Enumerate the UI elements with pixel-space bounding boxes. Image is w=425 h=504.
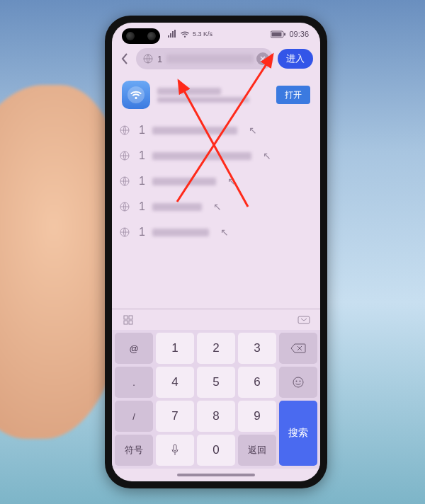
key-0[interactable]: 0 bbox=[197, 435, 235, 466]
suggestion-item[interactable]: 1 ↖ bbox=[118, 118, 314, 143]
key-search[interactable]: 搜索 bbox=[279, 401, 317, 466]
suggestion-text-blurred bbox=[152, 203, 202, 211]
microphone-icon bbox=[171, 444, 179, 457]
key-label: 8 bbox=[212, 409, 219, 423]
key-at[interactable]: @ bbox=[115, 333, 153, 364]
battery-icon bbox=[271, 30, 286, 38]
fill-arrow-icon[interactable]: ↖ bbox=[209, 201, 226, 212]
globe-icon bbox=[143, 54, 153, 64]
suggestion-item[interactable]: 1 ↖ bbox=[118, 219, 314, 245]
clear-input-button[interactable] bbox=[256, 52, 269, 65]
fill-arrow-icon[interactable]: ↖ bbox=[216, 227, 233, 238]
suggestion-item[interactable]: 1 ↖ bbox=[118, 168, 314, 194]
key-label: 2 bbox=[212, 341, 219, 355]
key-label: / bbox=[132, 411, 135, 422]
key-7[interactable]: 7 bbox=[156, 401, 194, 432]
suggestion-text-blurred bbox=[152, 152, 251, 160]
key-8[interactable]: 8 bbox=[197, 401, 235, 432]
network-speed: 5.3 K/s bbox=[193, 30, 212, 38]
svg-rect-18 bbox=[174, 445, 176, 451]
chevron-left-icon bbox=[121, 53, 128, 64]
svg-point-15 bbox=[293, 377, 303, 387]
suggestion-prefix: 1 bbox=[139, 226, 145, 239]
globe-icon bbox=[118, 202, 132, 212]
key-label: @ bbox=[129, 343, 138, 354]
svg-rect-14 bbox=[298, 316, 310, 323]
svg-point-16 bbox=[296, 381, 298, 382]
app-icon bbox=[122, 81, 150, 109]
svg-rect-11 bbox=[129, 316, 132, 319]
key-emoji[interactable] bbox=[279, 367, 317, 398]
key-label: 6 bbox=[254, 375, 260, 389]
key-label: 符号 bbox=[125, 444, 143, 457]
svg-rect-10 bbox=[124, 316, 128, 319]
keyboard-toolbar bbox=[112, 309, 320, 330]
key-label: . bbox=[132, 377, 135, 388]
app-subtitle-blurred bbox=[157, 97, 249, 103]
address-text-prefix: 1 bbox=[157, 54, 162, 64]
key-label: 7 bbox=[171, 409, 178, 423]
signal-icon bbox=[167, 30, 177, 38]
suggestion-item[interactable]: 1 ↖ bbox=[118, 143, 314, 168]
status-left: 5.3 K/s bbox=[167, 30, 212, 38]
gesture-bar[interactable] bbox=[112, 469, 320, 481]
svg-rect-1 bbox=[272, 32, 282, 36]
address-bar-row: 1 进入 bbox=[112, 45, 320, 75]
key-label: 返回 bbox=[248, 444, 266, 457]
svg-rect-13 bbox=[129, 321, 132, 324]
key-symbols[interactable]: 符号 bbox=[115, 435, 153, 466]
fill-arrow-icon[interactable]: ↖ bbox=[244, 125, 261, 136]
key-dot[interactable]: . bbox=[115, 367, 153, 398]
globe-icon bbox=[118, 125, 132, 135]
address-text-blurred bbox=[166, 55, 254, 63]
suggestion-list: 1 ↖ 1 ↖ 1 ↖ 1 ↖ bbox=[112, 115, 320, 309]
key-label: 5 bbox=[212, 375, 219, 389]
keyboard-grid-button[interactable] bbox=[122, 314, 135, 326]
key-backspace[interactable] bbox=[279, 333, 317, 364]
key-slash[interactable]: / bbox=[115, 401, 153, 432]
suggestion-text-blurred bbox=[152, 127, 237, 134]
key-voice[interactable] bbox=[156, 435, 194, 466]
key-6[interactable]: 6 bbox=[238, 367, 276, 398]
key-label: 4 bbox=[171, 375, 178, 389]
app-title-blurred bbox=[157, 88, 221, 95]
address-input[interactable]: 1 bbox=[136, 48, 273, 69]
key-9[interactable]: 9 bbox=[238, 401, 276, 432]
key-label: 0 bbox=[212, 443, 219, 457]
key-5[interactable]: 5 bbox=[197, 367, 235, 398]
wifi-app-icon bbox=[127, 86, 145, 104]
fill-arrow-icon[interactable]: ↖ bbox=[259, 150, 276, 161]
globe-icon bbox=[118, 176, 132, 186]
chevron-down-icon bbox=[298, 316, 310, 324]
open-app-label: 打开 bbox=[285, 89, 302, 101]
key-1[interactable]: 1 bbox=[156, 333, 194, 364]
key-4[interactable]: 4 bbox=[156, 367, 194, 398]
key-return[interactable]: 返回 bbox=[238, 435, 276, 466]
svg-rect-12 bbox=[124, 321, 128, 324]
wifi-icon bbox=[180, 30, 190, 38]
key-3[interactable]: 3 bbox=[238, 333, 276, 364]
fill-arrow-icon[interactable]: ↖ bbox=[223, 176, 240, 187]
key-2[interactable]: 2 bbox=[197, 333, 235, 364]
key-label: 3 bbox=[254, 341, 260, 355]
key-label: 搜索 bbox=[288, 427, 308, 440]
status-right: 09:36 bbox=[271, 30, 309, 38]
enter-button[interactable]: 进入 bbox=[278, 49, 313, 69]
emoji-icon bbox=[292, 376, 305, 389]
key-label: 9 bbox=[254, 409, 260, 423]
suggestion-text-blurred bbox=[152, 178, 216, 185]
enter-button-label: 进入 bbox=[286, 52, 305, 65]
screen: 5.3 K/s 09:36 1 进入 bbox=[112, 23, 320, 481]
open-app-button[interactable]: 打开 bbox=[276, 86, 310, 104]
app-suggestion-row[interactable]: 打开 bbox=[112, 75, 320, 115]
back-button[interactable] bbox=[118, 48, 132, 69]
suggestion-item[interactable]: 1 ↖ bbox=[118, 194, 314, 219]
globe-icon bbox=[118, 151, 132, 161]
backspace-icon bbox=[290, 343, 306, 353]
close-icon bbox=[260, 56, 266, 62]
keyboard-collapse-button[interactable] bbox=[298, 314, 310, 326]
suggestion-prefix: 1 bbox=[139, 124, 145, 137]
suggestion-text-blurred bbox=[152, 229, 209, 236]
svg-point-17 bbox=[300, 381, 301, 382]
suggestion-prefix: 1 bbox=[139, 200, 145, 213]
